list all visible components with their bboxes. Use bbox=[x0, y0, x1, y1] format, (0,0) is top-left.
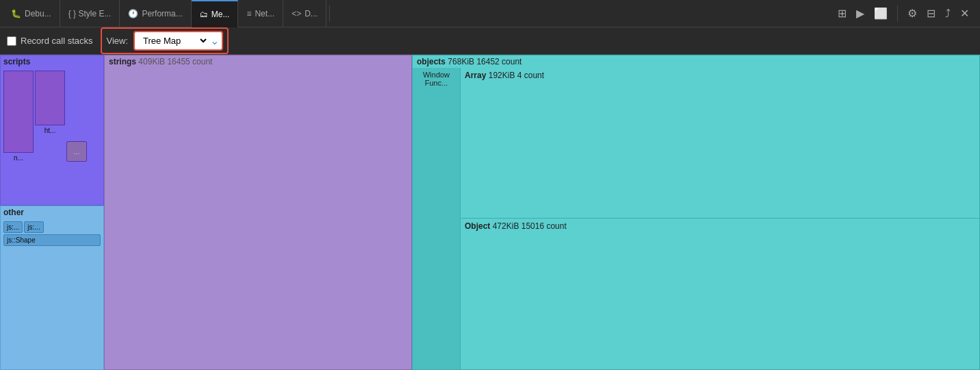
view-select-wrapper: Tree Map Bubble Chart ⌄ bbox=[133, 31, 223, 51]
dom-icon: <> bbox=[292, 9, 301, 18]
tab-actions: ⊞ ▶ ⬜ ⚙ ⊟ ⤴ ✕ bbox=[835, 4, 977, 23]
settings-button[interactable]: ⚙ bbox=[905, 4, 920, 23]
script-dots[interactable]: ... bbox=[66, 141, 87, 162]
action-separator bbox=[897, 5, 898, 22]
window-func-col[interactable]: Window Func... bbox=[413, 68, 461, 369]
scripts-items: n... ht... ... bbox=[1, 68, 103, 164]
objects-size: 768KiB 16452 count bbox=[448, 57, 521, 66]
objects-inner: Window Func... Array 192KiB 4 count Obje… bbox=[413, 68, 979, 369]
tab-dom[interactable]: <> D... bbox=[283, 0, 326, 27]
tab-style-editor[interactable]: { } Style E... bbox=[60, 0, 120, 27]
object-label: Object bbox=[465, 221, 490, 231]
array-section[interactable]: Array 192KiB 4 count bbox=[461, 68, 979, 219]
memory-icon: 🗂 bbox=[200, 10, 208, 19]
object-count: 472KiB 15016 count bbox=[493, 221, 567, 231]
split-button[interactable]: ⊟ bbox=[924, 4, 938, 23]
dock-button[interactable]: ⊞ bbox=[835, 4, 849, 23]
other-item-js2[interactable]: js:... bbox=[24, 221, 43, 233]
left-panel: scripts n... ht... ... other js:... bbox=[0, 55, 104, 370]
script-n-label: n... bbox=[14, 154, 23, 162]
responsive-button[interactable]: ⬜ bbox=[871, 4, 890, 23]
toolbar: Record call stacks View: Tree Map Bubble… bbox=[0, 27, 980, 55]
select-arrow-icon: ⌄ bbox=[210, 34, 219, 47]
objects-header: objects 768KiB 16452 count bbox=[413, 56, 979, 68]
other-item-jsshape[interactable]: js::Shape bbox=[3, 234, 101, 246]
export-button[interactable]: ⤴ bbox=[942, 5, 953, 23]
window-func-label: Window Func... bbox=[414, 71, 459, 87]
scripts-label: scripts bbox=[1, 56, 103, 68]
object-section[interactable]: Object 472KiB 15016 count bbox=[461, 219, 979, 369]
tab-network[interactable]: ≡ Net... bbox=[238, 0, 283, 27]
array-count: 192KiB 4 count bbox=[489, 71, 544, 80]
view-label: View: bbox=[106, 36, 128, 46]
other-section: other js:... js:... js::Shape bbox=[0, 206, 104, 370]
record-checkbox-input[interactable] bbox=[7, 36, 16, 46]
strings-size: 409KiB 16455 count bbox=[138, 57, 212, 66]
view-selector-highlighted: View: Tree Map Bubble Chart ⌄ bbox=[101, 27, 229, 54]
network-icon: ≡ bbox=[246, 9, 251, 18]
script-n-bar bbox=[3, 71, 34, 153]
record-call-stacks-checkbox[interactable]: Record call stacks bbox=[7, 36, 92, 46]
close-button[interactable]: ✕ bbox=[957, 4, 972, 23]
main-content: scripts n... ht... ... other js:... bbox=[0, 55, 980, 370]
array-label: Array bbox=[465, 71, 486, 80]
view-select[interactable]: Tree Map Bubble Chart bbox=[138, 34, 209, 48]
tab-performance[interactable]: 🕐 Performa... bbox=[120, 0, 191, 27]
tab-bar: 🐛 Debu... { } Style E... 🕐 Performa... 🗂… bbox=[0, 0, 980, 27]
script-n[interactable]: n... bbox=[3, 71, 34, 162]
tab-memory[interactable]: 🗂 Me... bbox=[192, 0, 239, 27]
tab-separator bbox=[329, 5, 330, 22]
script-dots-bar: ... bbox=[66, 141, 87, 162]
console-button[interactable]: ▶ bbox=[853, 4, 867, 23]
script-ht-label: ht... bbox=[44, 127, 56, 134]
script-ht[interactable]: ht... bbox=[35, 71, 65, 134]
objects-label-text: objects bbox=[417, 57, 446, 66]
other-label: other bbox=[1, 206, 103, 219]
objects-right: Array 192KiB 4 count Object 472KiB 15016… bbox=[461, 68, 979, 369]
performance-icon: 🕐 bbox=[128, 9, 138, 18]
other-items: js:... js:... js::Shape bbox=[1, 219, 103, 249]
strings-header: strings 409KiB 16455 count bbox=[105, 56, 411, 68]
other-item-js1[interactable]: js:... bbox=[3, 221, 23, 233]
script-ht-bar bbox=[35, 71, 65, 125]
objects-panel: objects 768KiB 16452 count Window Func..… bbox=[412, 55, 980, 370]
tab-debugger[interactable]: 🐛 Debu... bbox=[3, 0, 60, 27]
debugger-icon: 🐛 bbox=[11, 9, 21, 18]
strings-label-text: strings bbox=[109, 57, 136, 66]
strings-panel: strings 409KiB 16455 count bbox=[104, 55, 412, 370]
scripts-section: scripts n... ht... ... bbox=[0, 55, 104, 206]
